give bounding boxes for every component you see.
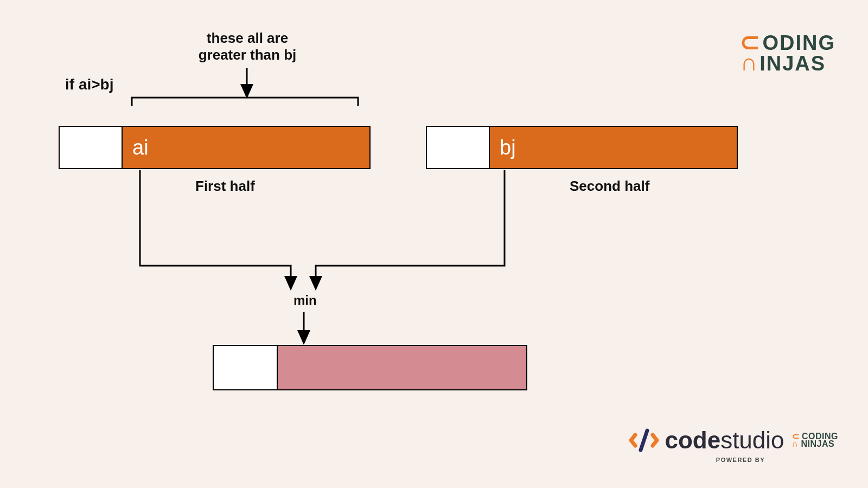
codestudio-text-light: studio	[720, 427, 784, 453]
svg-line-3	[641, 431, 647, 450]
bj-pointer-label: bj	[500, 136, 516, 159]
first-half-tail-cell: ai	[123, 127, 369, 168]
first-half-head-cell	[60, 127, 123, 168]
logo-c-icon: ⊂	[740, 29, 760, 55]
mini-coding-ninjas-logo: ⊂ CODING ∩ NINJAS	[792, 433, 838, 447]
connector-overlay	[0, 0, 868, 488]
merged-array	[213, 345, 527, 390]
mini-line2: NINJAS	[801, 440, 835, 448]
annotation-line2: greater than bj	[188, 47, 307, 63]
merged-tail-cell	[278, 346, 526, 389]
first-half-caption: First half	[195, 178, 255, 195]
logo-line1-text: ODING	[762, 31, 835, 55]
condition-label: if ai>bj	[65, 76, 113, 93]
codestudio-wordmark: codestudio	[629, 425, 784, 455]
min-label: min	[293, 293, 317, 308]
second-half-head-cell	[427, 127, 490, 168]
codestudio-text-bold: code	[665, 427, 720, 453]
codestudio-icon	[629, 425, 659, 455]
coding-ninjas-logo: ⊂ ODING ∩ INJAS	[740, 30, 835, 75]
mini-n-icon: ∩	[792, 440, 801, 448]
second-half-array: bj	[426, 126, 738, 169]
powered-by-text: POWERED BY	[716, 457, 765, 463]
ai-pointer-label: ai	[132, 136, 149, 159]
first-half-array: ai	[59, 126, 371, 169]
annotation-line1: these all are	[188, 30, 307, 47]
codestudio-badge: codestudio POWERED BY ⊂ CODING ∩ NINJAS	[629, 425, 838, 455]
second-half-caption: Second half	[570, 178, 649, 195]
merged-head-cell	[214, 346, 278, 389]
second-half-tail-cell: bj	[490, 127, 737, 168]
logo-line2-text: INJAS	[760, 52, 826, 75]
annotation-text: these all are greater than bj	[188, 30, 307, 63]
